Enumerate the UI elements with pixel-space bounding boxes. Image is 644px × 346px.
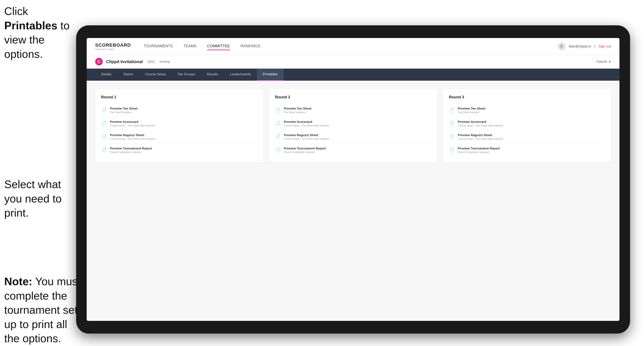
user-email: blair@clippd.io	[569, 44, 591, 48]
note-bold: Note:	[4, 275, 32, 288]
round-3-section: Round 3 📄 Preview Tee Sheet Tee Sheet re…	[443, 89, 611, 163]
instruction-top-text: Click Printables to view the options.	[4, 5, 70, 60]
scorecard-icon: 📄	[101, 120, 107, 126]
logo-area: SCOREBOARD Powered by clippd	[95, 42, 131, 50]
top-nav: SCOREBOARD Powered by clippd TOURNAMENTS…	[87, 38, 620, 55]
raguzzi-title-2: Preview Raguzzi Sheet	[284, 133, 329, 137]
round-1-title: Round 1	[101, 95, 257, 99]
printables-bold: Printables	[4, 19, 57, 32]
nav-right: B blair@clippd.io | Sign out	[558, 43, 611, 50]
tee-sheet-title-3: Preview Tee Sheet	[458, 107, 486, 110]
cancel-button[interactable]: Cancel ✕	[596, 60, 611, 64]
raguzzi-content: Preview Raguzzi Sheet Course setup + Tee…	[110, 133, 155, 140]
round-1-tournament-report[interactable]: 📄 Preview Tournament Report Round Comple…	[101, 144, 257, 157]
hosting-badge: Hosting	[160, 60, 170, 63]
tablet-frame: SCOREBOARD Powered by clippd TOURNAMENTS…	[76, 25, 630, 334]
report-sub-3: Round Completion required	[458, 151, 500, 154]
round-1-raguzzi[interactable]: 📄 Preview Raguzzi Sheet Course setup + T…	[101, 130, 257, 144]
raguzzi-icon: 📄	[101, 134, 107, 140]
tee-sheet-content-2: Preview Tee Sheet Tee Sheet required	[284, 107, 312, 114]
round-3-tee-sheet[interactable]: 📄 Preview Tee Sheet Tee Sheet required	[449, 104, 605, 117]
scorecard-title-3: Preview Scorecard	[458, 120, 503, 124]
cancel-label: Cancel	[596, 60, 607, 64]
scorecard-sub-2: Course setup + Tee Sheet data required	[284, 124, 329, 127]
scorecard-title: Preview Scorecard	[110, 120, 155, 124]
tee-sheet-icon-2: 📄	[275, 107, 281, 113]
report-sub: Round Completion required	[110, 151, 152, 154]
report-content: Preview Tournament Report Round Completi…	[110, 147, 152, 154]
round-2-section: Round 2 📄 Preview Tee Sheet Tee Sheet re…	[269, 89, 437, 163]
round-3-tournament-report[interactable]: 📄 Preview Tournament Report Round Comple…	[449, 144, 605, 157]
tee-sheet-sub: Tee Sheet required	[110, 111, 138, 114]
nav-teams[interactable]: TEAMS	[184, 43, 197, 50]
report-content-2: Preview Tournament Report Round Completi…	[284, 147, 326, 154]
tab-leaderboards[interactable]: Leaderboards	[224, 69, 257, 81]
tee-sheet-content-3: Preview Tee Sheet Tee Sheet required	[458, 107, 486, 114]
tee-sheet-icon: 📄	[101, 107, 107, 113]
scorecard-content-3: Preview Scorecard Course setup + Tee She…	[458, 120, 503, 127]
round-2-tournament-report[interactable]: 📄 Preview Tournament Report Round Comple…	[275, 144, 431, 157]
tablet-screen: SCOREBOARD Powered by clippd TOURNAMENTS…	[87, 38, 620, 321]
instruction-middle-text: Select what you need to print.	[4, 178, 62, 219]
report-icon: 📄	[101, 147, 107, 153]
logo-sub: Powered by clippd	[95, 48, 131, 50]
scorecard-icon-2: 📄	[275, 120, 281, 126]
round-3-title: Round 3	[449, 95, 605, 99]
round-3-raguzzi[interactable]: 📄 Preview Raguzzi Sheet Course setup + T…	[449, 130, 605, 144]
round-2-scorecard[interactable]: 📄 Preview Scorecard Course setup + Tee S…	[275, 117, 431, 130]
rounds-grid: Round 1 📄 Preview Tee Sheet Tee Sheet re…	[95, 89, 611, 163]
tournament-title-row: C Clippd Invitational Men Hosting	[95, 58, 170, 65]
raguzzi-icon-3: 📄	[449, 134, 455, 140]
separator: |	[594, 44, 595, 48]
raguzzi-title-3: Preview Raguzzi Sheet	[458, 133, 503, 137]
scorecard-sub: Course setup + Tee Sheet data required	[110, 124, 155, 127]
nav-avatar: B	[558, 43, 565, 50]
cancel-icon: ✕	[608, 60, 611, 64]
tee-sheet-sub-2: Tee Sheet required	[284, 111, 312, 114]
logo-title: SCOREBOARD	[95, 42, 131, 48]
report-icon-3: 📄	[449, 147, 455, 153]
scorecard-icon-3: 📄	[449, 120, 455, 126]
tab-details[interactable]: Details	[95, 69, 117, 81]
round-2-tee-sheet[interactable]: 📄 Preview Tee Sheet Tee Sheet required	[275, 104, 431, 117]
nav-tournaments[interactable]: TOURNAMENTS	[144, 43, 173, 50]
tee-sheet-content: Preview Tee Sheet Tee Sheet required	[110, 107, 138, 114]
tab-printables[interactable]: Printables	[257, 69, 284, 81]
tee-sheet-icon-3: 📄	[449, 107, 455, 113]
tournament-header: C Clippd Invitational Men Hosting Cancel…	[87, 55, 620, 69]
sub-nav: Details Teams Course Setup Tee Groups Re…	[87, 69, 620, 81]
round-2-raguzzi[interactable]: 📄 Preview Raguzzi Sheet Course setup + T…	[275, 130, 431, 144]
round-2-title: Round 2	[275, 95, 431, 99]
tab-teams[interactable]: Teams	[117, 69, 139, 81]
round-1-scorecard[interactable]: 📄 Preview Scorecard Course setup + Tee S…	[101, 117, 257, 130]
scorecard-title-2: Preview Scorecard	[284, 120, 329, 124]
main-content: Round 1 📄 Preview Tee Sheet Tee Sheet re…	[87, 81, 620, 321]
scorecard-content-2: Preview Scorecard Course setup + Tee She…	[284, 120, 329, 127]
tab-course-setup[interactable]: Course Setup	[139, 69, 172, 81]
tournament-name: Clippd Invitational	[106, 59, 143, 64]
scorecard-content: Preview Scorecard Course setup + Tee She…	[110, 120, 155, 127]
round-1-section: Round 1 📄 Preview Tee Sheet Tee Sheet re…	[95, 89, 263, 163]
tee-sheet-title-2: Preview Tee Sheet	[284, 107, 312, 110]
scorecard-sub-3: Course setup + Tee Sheet data required	[458, 124, 503, 127]
nav-committee[interactable]: COMMITTEE	[207, 43, 230, 50]
tournament-logo: C	[95, 58, 103, 65]
nav-links: TOURNAMENTS TEAMS COMMITTEE RANKINGS	[144, 43, 558, 50]
report-title-3: Preview Tournament Report	[458, 147, 500, 150]
report-sub-2: Round Completion required	[284, 151, 326, 154]
report-title: Preview Tournament Report	[110, 147, 152, 150]
sign-out-link[interactable]: Sign out	[598, 44, 611, 48]
raguzzi-icon-2: 📄	[275, 134, 281, 140]
tournament-gender: Men	[146, 59, 156, 64]
tab-tee-groups[interactable]: Tee Groups	[172, 69, 201, 81]
raguzzi-content-2: Preview Raguzzi Sheet Course setup + Tee…	[284, 133, 329, 140]
nav-rankings[interactable]: RANKINGS	[240, 43, 260, 50]
raguzzi-title: Preview Raguzzi Sheet	[110, 133, 155, 137]
tee-sheet-sub-3: Tee Sheet required	[458, 111, 486, 114]
raguzzi-sub-3: Course setup + Tee Sheet data required	[458, 138, 503, 140]
tab-results[interactable]: Results	[201, 69, 224, 81]
round-1-tee-sheet[interactable]: 📄 Preview Tee Sheet Tee Sheet required	[101, 104, 257, 117]
round-3-scorecard[interactable]: 📄 Preview Scorecard Course setup + Tee S…	[449, 117, 605, 130]
instruction-bottom: Note: You must complete the tournament s…	[4, 274, 82, 346]
raguzzi-sub: Course setup + Tee Sheet data required	[110, 138, 155, 140]
